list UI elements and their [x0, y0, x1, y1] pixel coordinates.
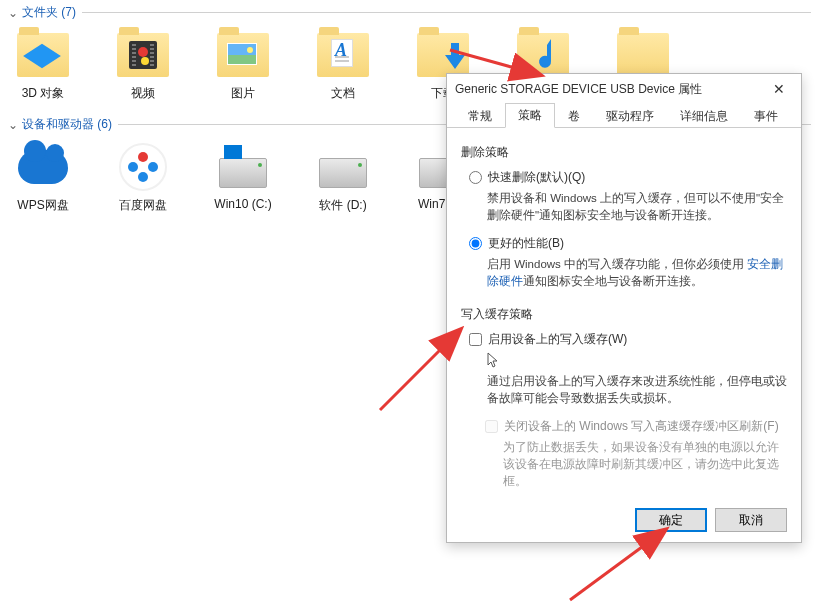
dialog-footer: 确定 取消 — [447, 498, 801, 542]
folder-3d-objects[interactable]: 3D 对象 — [8, 27, 78, 102]
check-disable-flush-desc: 为了防止数据丢失，如果设备没有单独的电源以允许该设备在电源故障时刷新其缓冲区，请… — [503, 439, 787, 491]
drive-label: 软件 (D:) — [319, 197, 366, 214]
tab-body-policies: 删除策略 快速删除(默认)(Q) 禁用设备和 Windows 上的写入缓存，但可… — [447, 128, 801, 498]
properties-dialog: Generic STORAGE DEVICE USB Device 属性 ✕ 常… — [446, 73, 802, 543]
tab-driver[interactable]: 驱动程序 — [593, 104, 667, 128]
tab-events[interactable]: 事件 — [741, 104, 791, 128]
folder-label: 3D 对象 — [22, 85, 65, 102]
write-cache-group: 写入缓存策略 — [461, 306, 787, 323]
download-arrow-icon — [443, 43, 467, 71]
dialog-title: Generic STORAGE DEVICE USB Device 属性 — [455, 81, 765, 98]
radio-quick-removal-label: 快速删除(默认)(Q) — [488, 169, 585, 186]
removal-policy-group: 删除策略 — [461, 144, 787, 161]
folder-pictures[interactable]: 图片 — [208, 27, 278, 102]
radio-better-performance-label: 更好的性能(B) — [488, 235, 564, 252]
check-disable-flush: 关闭设备上的 Windows 写入高速缓存缓冲区刷新(F) — [485, 418, 787, 435]
folder-label: 文档 — [331, 85, 355, 102]
cancel-button[interactable]: 取消 — [715, 508, 787, 532]
radio-better-performance-desc: 启用 Windows 中的写入缓存功能，但你必须使用 安全删除硬件通知图标安全地… — [487, 256, 787, 291]
music-note-icon — [535, 39, 561, 73]
check-disable-flush-input — [485, 420, 498, 433]
close-button[interactable]: ✕ — [765, 81, 793, 97]
baidu-icon — [119, 143, 167, 191]
folder-videos[interactable]: 视频 — [108, 27, 178, 102]
radio-better-performance[interactable]: 更好的性能(B) — [469, 235, 787, 252]
folder-label: 视频 — [131, 85, 155, 102]
radio-quick-removal-desc: 禁用设备和 Windows 上的写入缓存，但可以不使用"安全删除硬件"通知图标安… — [487, 190, 787, 225]
chevron-down-icon: ⌄ — [8, 118, 18, 132]
drive-c[interactable]: Win10 (C:) — [208, 139, 278, 214]
drive-wps[interactable]: WPS网盘 — [8, 139, 78, 214]
radio-better-performance-input[interactable] — [469, 237, 482, 250]
drive-label: Win10 (C:) — [214, 197, 271, 211]
drive-icon — [219, 158, 267, 188]
ok-button[interactable]: 确定 — [635, 508, 707, 532]
check-enable-write-cache[interactable]: 启用设备上的写入缓存(W) — [469, 331, 787, 348]
drive-d[interactable]: 软件 (D:) — [308, 139, 378, 214]
tab-details[interactable]: 详细信息 — [667, 104, 741, 128]
tab-policies[interactable]: 策略 — [505, 103, 555, 128]
dialog-titlebar[interactable]: Generic STORAGE DEVICE USB Device 属性 ✕ — [447, 74, 801, 104]
section-drives-title: 设备和驱动器 (6) — [22, 116, 112, 133]
section-folders-title: 文件夹 (7) — [22, 4, 76, 21]
radio-quick-removal-input[interactable] — [469, 171, 482, 184]
tab-volumes[interactable]: 卷 — [555, 104, 593, 128]
drive-icon — [319, 158, 367, 188]
dialog-tabs: 常规 策略 卷 驱动程序 详细信息 事件 — [447, 104, 801, 128]
check-enable-write-cache-label: 启用设备上的写入缓存(W) — [488, 331, 627, 348]
tab-general[interactable]: 常规 — [455, 104, 505, 128]
divider — [82, 12, 811, 13]
check-disable-flush-label: 关闭设备上的 Windows 写入高速缓存缓冲区刷新(F) — [504, 418, 779, 435]
cursor-icon — [487, 352, 787, 371]
folder-label: 图片 — [231, 85, 255, 102]
folder-documents[interactable]: A 文档 — [308, 27, 378, 102]
radio-quick-removal[interactable]: 快速删除(默认)(Q) — [469, 169, 787, 186]
drive-label: WPS网盘 — [17, 197, 68, 214]
check-enable-write-cache-desc: 通过启用设备上的写入缓存来改进系统性能，但停电或设备故障可能会导致数据丢失或损坏… — [487, 373, 787, 408]
section-folders-header[interactable]: ⌄ 文件夹 (7) — [0, 0, 819, 23]
drive-baidu[interactable]: 百度网盘 — [108, 139, 178, 214]
check-enable-write-cache-input[interactable] — [469, 333, 482, 346]
drive-label: 百度网盘 — [119, 197, 167, 214]
cloud-icon — [18, 150, 68, 184]
chevron-down-icon: ⌄ — [8, 6, 18, 20]
